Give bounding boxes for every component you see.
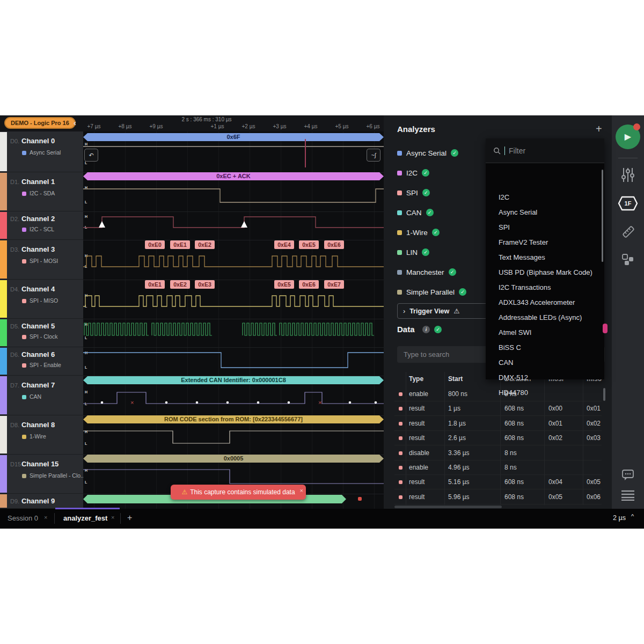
dropdown-item[interactable]: SPI (499, 220, 510, 235)
dropdown-item[interactable]: HD44780 (499, 385, 528, 400)
new-tab-button[interactable]: + (127, 513, 132, 523)
tab-session-close-icon[interactable]: × (44, 514, 47, 521)
channel-row-d3[interactable]: D3. Channel 3 SPI - MOSI (0, 240, 83, 280)
analyzer-label: Simple Parallel (406, 288, 455, 296)
collapse-panel-icon[interactable]: ‹ (74, 118, 76, 127)
feedback-icon[interactable] (621, 469, 634, 481)
channel-row-d5[interactable]: D5. Channel 5 SPI - Clock (0, 319, 83, 347)
channel-analyzer-label: I2C - SDA (30, 190, 55, 196)
channel-row-d15[interactable]: D15. Channel 15 Simple Parallel - Clo... (0, 455, 83, 494)
dropdown-item[interactable]: CAN (499, 355, 513, 370)
dropdown-item[interactable]: BiSS C (499, 340, 521, 355)
channel-row-d7[interactable]: D7. Channel 7 CAN (0, 376, 83, 415)
frame-start-icon[interactable]: ↶ (84, 149, 98, 162)
trigger-view-label: Trigger View (409, 308, 449, 315)
check-icon: ✓ (434, 326, 442, 333)
channel-row-d9[interactable]: D9. Channel 9 (0, 494, 83, 509)
channel-id: D5. (10, 323, 19, 330)
data-chip: 0xE1 (145, 280, 165, 289)
dropdown-item[interactable]: I2C (499, 190, 509, 205)
toast-close-icon[interactable]: × (300, 483, 303, 498)
tab-analyzer-fest-close-icon[interactable]: × (111, 514, 114, 521)
measure-icon[interactable] (621, 224, 636, 239)
analyzer-color-dot (397, 191, 402, 195)
table-hscrollbar[interactable] (394, 506, 502, 508)
column-header-start[interactable]: Start (448, 375, 463, 383)
analyzer-item-can[interactable]: CAN ✓ (397, 208, 434, 217)
analyzer-item-spi[interactable]: SPI ✓ (397, 188, 430, 197)
timeline-position-label: 2 s : 366 ms : 310 µs (181, 116, 231, 122)
timeline-tick: +4 µs (304, 123, 318, 129)
channel-name: Channel 1 (21, 178, 55, 186)
zoom-level-label[interactable]: 2 µs (613, 514, 626, 522)
demo-badge[interactable]: DEMO - Logic Pro 16 (4, 117, 76, 129)
channel-row-d4[interactable]: D4. Channel 4 SPI - MISO (0, 280, 83, 319)
capture-settings-icon[interactable] (621, 167, 635, 183)
analyzer-label: I2C (406, 169, 418, 177)
channel-analyzer-label: Simple Parallel - Clo... (30, 472, 85, 479)
timing-cursor[interactable] (305, 139, 306, 167)
red-marker (358, 497, 362, 501)
hex-display-icon[interactable]: 1F (618, 196, 638, 211)
table-row[interactable]: disable 3.36 µs 8 ns (394, 446, 602, 460)
analyzer-dot (22, 435, 26, 439)
channel-analyzer-label: SPI - MOSI (30, 258, 58, 264)
analyzer-color-dot (397, 230, 402, 235)
analyzer-item-simple-parallel[interactable]: Simple Parallel ✓ (397, 287, 466, 297)
analyzer-item-1wire[interactable]: 1-Wire ✓ (397, 228, 440, 237)
active-tab-indicator (55, 508, 120, 509)
dropdown-item[interactable]: Addressable LEDs (Async) (499, 310, 582, 325)
channel-name: Channel 0 (21, 137, 55, 145)
tab-analyzer-fest[interactable]: analyzer_fest (63, 514, 107, 522)
data-chip: 0xE0 (145, 240, 165, 249)
add-analyzer-button[interactable]: + (596, 123, 602, 135)
channel-row-d6[interactable]: D6. Channel 6 SPI - Enable (0, 347, 83, 376)
table-row[interactable]: enable 4.96 µs 8 ns (394, 460, 602, 475)
table-vscrollbar[interactable] (603, 388, 605, 401)
main-menu-icon[interactable] (620, 490, 635, 501)
dropdown-item[interactable]: Atmel SWI (499, 325, 531, 340)
channel-analyzer-label: Async Serial (30, 149, 61, 156)
channel-id: D2. (10, 216, 19, 222)
info-icon[interactable]: i (422, 326, 430, 333)
dropdown-filter-input[interactable]: Filter (486, 138, 604, 163)
table-row[interactable]: enable 800 ns 8 ns (394, 387, 602, 401)
waveform-d1 (83, 185, 384, 208)
dropdown-item[interactable]: Async Serial (499, 205, 537, 220)
table-row[interactable]: result 1.8 µs 608 ns 0x01 0x02 (394, 416, 602, 431)
table-row[interactable]: result 5.96 µs 608 ns 0x05 0x06 (394, 490, 602, 504)
dropdown-item[interactable]: DMX-512 (499, 370, 528, 385)
analyzer-dot (22, 335, 26, 339)
dropdown-item[interactable]: USB PD (Biphase Mark Code) (499, 265, 592, 280)
dropdown-item[interactable]: ADXL343 Accelerometer (499, 295, 575, 310)
analyzer-item-manchester[interactable]: Manchester ✓ (397, 267, 456, 277)
analyzer-item-lin[interactable]: LIN ✓ (397, 247, 429, 257)
analyzer-item-i2c[interactable]: I2C ✓ (397, 168, 429, 178)
svg-text:1F: 1F (625, 200, 632, 207)
dropdown-item[interactable]: FrameV2 Tester (499, 235, 548, 250)
analyzer-item-async-serial[interactable]: Async Serial ✓ (397, 148, 458, 158)
caret-up-icon[interactable]: ^ (631, 513, 634, 519)
dropdown-scrollbar[interactable] (602, 170, 603, 262)
annotation-bar-can: Extended CAN Identifier: 0x000001C8 (83, 376, 384, 384)
waveform-viewport[interactable]: 0x6F H L ↶ ~ʃ 0xEC + ACK H L H L 0xE0 0x… (83, 131, 384, 509)
analyzer-label: LIN (406, 248, 418, 257)
column-header-type[interactable]: Type (409, 375, 423, 383)
table-row[interactable]: result 5.16 µs 608 ns 0x04 0x05 (394, 475, 602, 489)
tab-session[interactable]: Session 0 (8, 514, 38, 522)
table-row[interactable]: result 2.6 µs 608 ns 0x02 0x03 (394, 431, 602, 445)
trigger-edge-marker (99, 221, 105, 228)
channel-row-d1[interactable]: D1. Channel 1 I2C - SDA (0, 172, 83, 211)
waveform-d2 (83, 212, 384, 233)
table-row[interactable]: result 1 µs 608 ns 0x00 0x01 (394, 401, 602, 416)
channel-row-d0[interactable]: D0. Channel 0 Async Serial (0, 131, 83, 172)
dropdown-item[interactable]: I2C Transactions (499, 280, 551, 295)
trigger-view-button[interactable]: › Trigger View ⚠ (397, 303, 488, 319)
dropdown-item[interactable]: Text Messages (499, 250, 545, 265)
timeline-tick: +7 µs (87, 123, 101, 129)
channel-row-d8[interactable]: D8. Channel 8 1-Wire (0, 415, 83, 455)
channel-row-d2[interactable]: D2. Channel 2 I2C - SCL (0, 211, 83, 240)
frame-end-icon[interactable]: ~ʃ (367, 149, 380, 162)
row-color-dot (399, 451, 402, 455)
extensions-icon[interactable] (621, 253, 635, 267)
